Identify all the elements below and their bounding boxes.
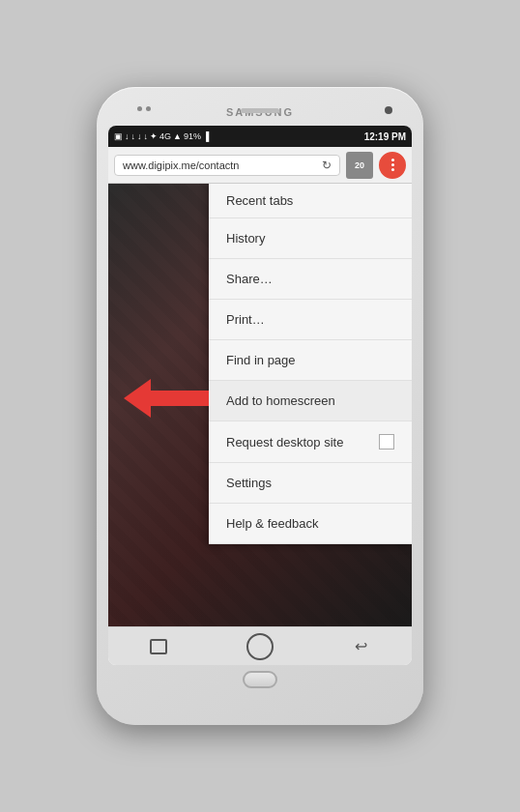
network-type: 4G [159,131,171,141]
overflow-menu-icon [391,159,394,171]
status-icons: ▣ ↓ ↓ ↓ ↓ ✦ 4G ▲ 91% ▐ [114,131,209,141]
phone-bottom [108,665,412,694]
settings-label: Settings [226,476,272,490]
annotation-arrow [124,379,209,418]
menu-item-help-feedback[interactable]: Help & feedback [209,504,412,544]
tab-switcher-button[interactable]: 20 [346,152,373,179]
request-desktop-label: Request desktop site [226,435,343,450]
menu-dot-2 [391,163,394,166]
home-icon [246,633,274,660]
download-icon-3: ↓ [137,131,142,141]
overflow-menu-button[interactable] [379,152,406,179]
phone-speaker [241,108,279,113]
menu-item-settings[interactable]: Settings [209,463,412,504]
sensor-dot-2 [146,106,151,111]
back-arrow-icon: ↩ [355,637,367,655]
menu-item-find-in-page[interactable]: Find in page [209,340,412,381]
status-time: 12:19 PM [364,131,406,142]
menu-dot-3 [391,168,394,171]
print-label: Print… [226,312,265,327]
download-icon-1: ↓ [125,131,130,141]
phone-screen: ▣ ↓ ↓ ↓ ↓ ✦ 4G ▲ 91% ▐ 12:19 PM www.digi… [108,126,412,665]
menu-item-print[interactable]: Print… [209,300,412,340]
add-to-homescreen-label: Add to homescreen [226,393,335,408]
physical-home-button[interactable] [243,671,277,688]
recent-apps-button[interactable] [137,631,180,662]
recent-tabs-label: Recent tabs [226,193,293,208]
signal-icon: ▲ [173,131,182,141]
phone-top-bar: SAMSUNG [108,99,412,126]
menu-dot-1 [391,159,394,161]
context-menu: Recent tabs History Share… Print… Find i… [209,184,412,544]
refresh-icon[interactable]: ↻ [322,159,332,172]
download-icon-2: ↓ [131,131,136,141]
url-text: www.digipix.me/contactn [123,160,239,171]
battery-percent: 91% [184,131,201,141]
battery-icon: ▐ [203,131,209,141]
menu-item-add-to-homescreen[interactable]: Add to homescreen [209,381,412,421]
phone-sensors [137,106,151,111]
notification-icon: ▣ [114,131,123,141]
find-in-page-label: Find in page [226,353,296,367]
bottom-nav-bar: ↩ [108,626,412,665]
help-feedback-label: Help & feedback [226,516,318,531]
menu-item-request-desktop[interactable]: Request desktop site [209,421,412,463]
phone-camera [385,106,392,114]
url-bar: www.digipix.me/contactn ↻ 20 [108,147,412,184]
arrow-body [151,391,209,406]
back-button[interactable]: ↩ [340,631,383,662]
request-desktop-checkbox[interactable] [379,434,394,450]
browser-content: Recent tabs History Share… Print… Find i… [108,184,412,626]
history-label: History [226,231,265,246]
home-button[interactable] [239,631,281,662]
menu-item-share[interactable]: Share… [209,259,412,300]
tab-count: 20 [355,160,364,170]
download-icon-4: ↓ [144,131,149,141]
bluetooth-icon: ✦ [150,131,158,141]
recent-apps-icon [150,639,167,654]
status-bar: ▣ ↓ ↓ ↓ ↓ ✦ 4G ▲ 91% ▐ 12:19 PM [108,126,412,147]
url-input[interactable]: www.digipix.me/contactn ↻ [114,155,340,176]
share-label: Share… [226,272,273,286]
menu-item-history[interactable]: History [209,218,412,259]
sensor-dot-1 [137,106,142,111]
arrow-head [124,379,151,418]
menu-item-recent-tabs[interactable]: Recent tabs [209,184,412,218]
phone-device: SAMSUNG ▣ ↓ ↓ ↓ ↓ ✦ 4G ▲ 91% ▐ 12:19 PM … [97,87,423,725]
